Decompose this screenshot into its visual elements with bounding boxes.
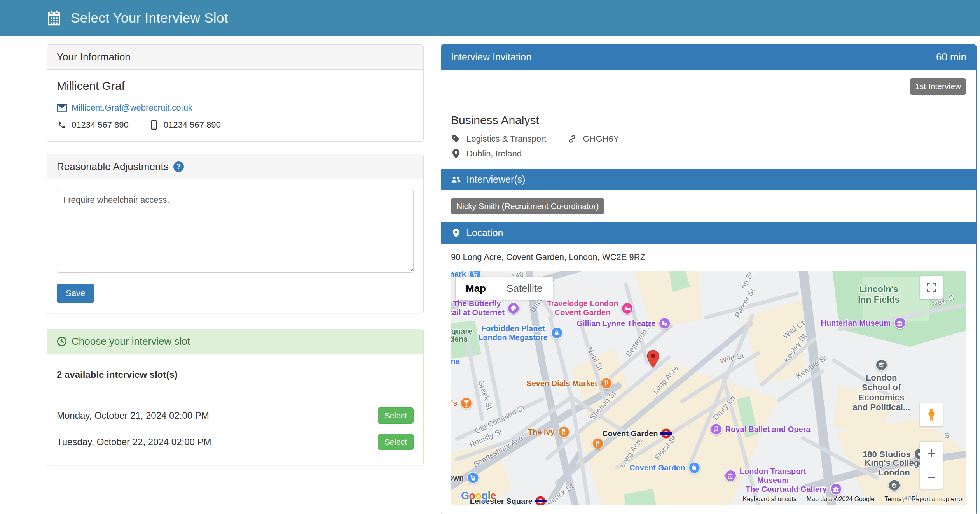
map-poi[interactable] [592, 438, 604, 450]
slot-row: Tuesday, October 22, 2024 02:00 PM Selec… [57, 429, 414, 455]
map-poi[interactable]: The Butterfly rail at Outernet [451, 299, 520, 317]
job-title: Business Analyst [451, 114, 966, 127]
map-poi[interactable]: Covent Garden [602, 428, 671, 438]
adjustments-textarea[interactable]: I require wheelchair access. [57, 189, 414, 273]
map-poi[interactable]: London Transport Museum [725, 467, 806, 485]
map-poi[interactable]: Seven Dials Market [526, 377, 612, 389]
job-reference: GHGH6Y [583, 134, 619, 144]
restaurant-icon [601, 377, 613, 389]
map-data-text: Map data ©2024 Google [807, 496, 875, 503]
map-poi-label: Royal Ballet and Opera [725, 425, 811, 433]
fullscreen-icon [926, 282, 936, 293]
museum-icon [830, 483, 842, 495]
link-icon [567, 134, 577, 144]
map-poi[interactable]: The Ivy [528, 426, 570, 438]
zoom-out-button[interactable]: − [920, 465, 943, 489]
tube-icon [661, 428, 671, 438]
map-poi-label: The Ivy [528, 427, 555, 436]
candidate-email-link[interactable]: Millicent.Graf@webrecruit.co.uk [72, 103, 192, 113]
map-poi[interactable]: Gillian Lynne Theatre [576, 318, 671, 330]
map-poi[interactable]: Royal Ballet and Opera [710, 423, 811, 435]
location-title: Location [466, 227, 503, 239]
map-poi-label: ma [451, 356, 459, 365]
school-icon [875, 359, 887, 371]
interviewers-header: Interviewer(s) [441, 169, 976, 190]
interview-slots-panel: Choose your interview slot 2 available i… [47, 329, 424, 465]
phone-icon [57, 121, 67, 129]
page-title: Select Your Interview Slot [71, 10, 228, 26]
slot-row: Monday, October 21, 2024 02:00 PM Select [57, 402, 414, 429]
map-poi[interactable]: King's College London [865, 458, 924, 491]
envelope-icon [57, 104, 67, 112]
map-poi-label: The Courtauld Gallery [746, 485, 827, 494]
map-poi[interactable]: rdens [451, 334, 468, 343]
map-poi[interactable]: Hunterian Museum [821, 317, 906, 329]
google-map[interactable]: A40Bucknall Ston StParker StNew SNeal St… [451, 271, 966, 505]
map-poi-label: Gillian Lynne Theatre [576, 319, 655, 328]
map-poi-label: London School of Economics and Political… [852, 373, 910, 412]
candidate-name: Millicent Graf [57, 79, 414, 93]
pin-icon [451, 228, 461, 238]
map-poi-label: tt's [451, 399, 457, 408]
slots-title: Choose your interview slot [72, 335, 190, 347]
map-poi[interactable]: Forbidden Planet London Megastore [478, 324, 563, 342]
museum-icon [894, 317, 906, 329]
job-location: Dublin, Ireland [466, 149, 522, 159]
map-type-control: Map Satellite [456, 277, 553, 300]
map-poi[interactable]: ma [451, 356, 459, 365]
palette-icon [508, 302, 520, 314]
your-information-panel: Your Information Millicent Graf Millicen… [47, 44, 424, 142]
interviewer-badge: Nicky Smith (Recruitment Co-ordinator) [451, 198, 604, 214]
slot-datetime: Monday, October 21, 2024 02:00 PM [57, 410, 209, 421]
map-poi[interactable]: Lincoln's Inn Fields [858, 284, 900, 305]
map-poi-label: The Butterfly rail at Outernet [451, 299, 505, 317]
map-poi[interactable]: Covent Garden [629, 461, 700, 474]
map-poi[interactable]: Travelodge London Covent Garden [547, 299, 633, 317]
help-icon[interactable]: ? [173, 161, 184, 172]
theater-icon [659, 318, 671, 330]
music-icon [710, 423, 722, 435]
candidate-mobile: 01234 567 890 [164, 120, 221, 130]
terms-link[interactable]: Terms [884, 496, 901, 503]
map-poi-label: atown [451, 473, 464, 482]
map-marker-icon[interactable] [647, 349, 659, 370]
map-type-map-button[interactable]: Map [456, 277, 496, 300]
map-poi[interactable]: The Courtauld Gallery [746, 483, 842, 495]
invitation-title: Interview Invitation [451, 51, 531, 63]
reasonable-adjustments-panel: Reasonable Adjustments ? I require wheel… [47, 154, 424, 313]
app-header: Select Your Interview Slot [0, 0, 980, 36]
map-type-satellite-button[interactable]: Satellite [496, 277, 553, 300]
divider [451, 102, 966, 102]
mobile-icon [149, 120, 159, 130]
pegman-button[interactable] [920, 403, 943, 426]
map-poi-label: Covent Garden [629, 463, 685, 472]
cart-icon [467, 472, 479, 484]
your-information-title: Your Information [47, 45, 423, 70]
select-slot-button[interactable]: Select [378, 407, 414, 424]
zoom-control: + − [920, 442, 943, 489]
school-icon [888, 479, 900, 491]
restaurant-icon [592, 438, 604, 450]
map-poi[interactable]: tt's [451, 397, 472, 409]
slot-datetime: Tuesday, October 22, 2024 02:00 PM [57, 437, 211, 447]
select-slot-button[interactable]: Select [378, 434, 414, 450]
interview-address: 90 Long Acre, Covent Garden, London, WC2… [451, 252, 966, 262]
map-poi[interactable]: London School of Economics and Political… [852, 359, 910, 412]
save-button[interactable]: Save [57, 284, 94, 303]
map-poi-label: Seven Dials Market [526, 379, 597, 388]
candidate-phone: 01234 567 890 [72, 120, 129, 130]
zoom-in-button[interactable]: + [920, 442, 943, 465]
calendar-icon [46, 10, 62, 26]
report-error-link[interactable]: Report a map error [912, 496, 964, 503]
map-poi-label: London Transport Museum [740, 467, 806, 485]
map-street-label: S [944, 432, 949, 440]
clock-icon [57, 336, 67, 347]
fullscreen-button[interactable] [920, 276, 943, 299]
cocktail-icon [460, 397, 472, 409]
keyboard-shortcuts-link[interactable]: Keyboard shortcuts [743, 496, 797, 503]
map-poi-label: rdens [451, 334, 468, 343]
map-poi[interactable]: atown [451, 472, 479, 484]
google-logo[interactable]: Google [461, 490, 496, 502]
map-poi-label: Forbidden Planet London Megastore [478, 324, 548, 342]
map-attribution: Keyboard shortcuts Map data ©2024 Google… [743, 496, 964, 503]
